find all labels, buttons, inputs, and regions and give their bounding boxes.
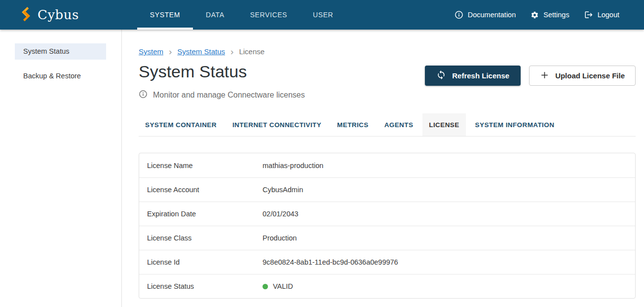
tab-license[interactable]: LICENSE — [422, 113, 465, 136]
tab-internet-connectivity[interactable]: INTERNET CONNECTIVITY — [226, 113, 328, 136]
sidebar: System Status Backup & Restore — [0, 30, 122, 307]
plus-icon — [540, 70, 549, 81]
row-label: License Account — [139, 186, 263, 194]
row-value: mathias-production — [263, 162, 323, 170]
nav-item-data[interactable]: DATA — [193, 0, 237, 30]
upload-license-label: Upload License File — [555, 71, 625, 80]
row-label: License Status — [139, 282, 263, 290]
documentation-link[interactable]: Documentation — [455, 10, 516, 19]
table-row: License Class Production — [139, 226, 635, 250]
tab-system-information[interactable]: SYSTEM INFORMATION — [469, 113, 561, 136]
app-body: System Status Backup & Restore System › … — [0, 30, 644, 307]
breadcrumb-link-system-status[interactable]: System Status — [177, 47, 225, 56]
sidebar-item-backup-restore[interactable]: Backup & Restore — [15, 68, 106, 84]
row-value: Production — [263, 234, 297, 242]
nav-item-services[interactable]: SERVICES — [237, 0, 300, 30]
settings-link[interactable]: Settings — [530, 11, 569, 19]
row-label: License Name — [139, 162, 263, 170]
row-label: License Id — [139, 258, 263, 266]
cybus-logo-icon — [20, 6, 32, 24]
breadcrumb-link-system[interactable]: System — [139, 47, 163, 56]
upload-license-button[interactable]: Upload License File — [529, 66, 636, 86]
nav-item-user[interactable]: USER — [300, 0, 346, 30]
subtitle-text: Monitor and manage Connectware licenses — [153, 91, 305, 100]
logout-link[interactable]: Logout — [584, 10, 619, 19]
logout-icon — [584, 10, 593, 19]
row-value: 02/01/2043 — [263, 210, 299, 218]
license-details-table: License Name mathias-production License … — [139, 153, 636, 299]
row-label: Expiration Date — [139, 210, 263, 218]
main-nav: SYSTEM DATA SERVICES USER — [137, 0, 346, 30]
gear-icon — [530, 11, 539, 19]
row-value: 9c8e0824-8ab1-11ed-bc9d-0636a0e99976 — [263, 258, 398, 266]
chevron-right-icon: › — [169, 48, 172, 55]
breadcrumb: System › System Status › License — [139, 47, 636, 56]
table-row: Expiration Date 02/01/2043 — [139, 202, 635, 226]
main-content: System › System Status › License System … — [122, 30, 644, 307]
top-navbar: Cybus SYSTEM DATA SERVICES USER Document… — [0, 0, 644, 30]
row-label: License Class — [139, 234, 263, 242]
breadcrumb-current-license: License — [239, 47, 265, 56]
nav-item-system[interactable]: SYSTEM — [137, 0, 193, 30]
sync-icon — [436, 70, 446, 81]
status-badge: VALID — [273, 282, 293, 290]
status-tabs: SYSTEM CONTAINER INTERNET CONNECTIVITY M… — [139, 113, 636, 136]
table-row: License Status VALID — [139, 274, 635, 298]
refresh-license-button[interactable]: Refresh License — [425, 66, 521, 86]
page-subtitle: Monitor and manage Connectware licenses — [139, 90, 636, 101]
refresh-license-label: Refresh License — [452, 71, 509, 80]
info-icon — [139, 90, 148, 101]
chevron-right-icon: › — [230, 48, 233, 55]
status-green-dot-icon — [263, 284, 268, 289]
row-value: CybusAdmin — [263, 186, 303, 194]
row-value: VALID — [263, 282, 293, 290]
sidebar-item-system-status[interactable]: System Status — [15, 43, 106, 60]
settings-label: Settings — [543, 11, 569, 19]
table-row: License Name mathias-production — [139, 153, 635, 177]
info-icon — [455, 10, 463, 19]
navbar-tools: Documentation Settings Logout — [455, 10, 619, 19]
table-row: License Account CybusAdmin — [139, 177, 635, 202]
page-actions: Refresh License Upload License File — [425, 66, 636, 86]
table-row: License Id 9c8e0824-8ab1-11ed-bc9d-0636a… — [139, 250, 635, 274]
tab-metrics[interactable]: METRICS — [331, 113, 375, 136]
tab-system-container[interactable]: SYSTEM CONTAINER — [139, 113, 223, 136]
brand-name: Cybus — [38, 7, 79, 22]
brand-logo[interactable]: Cybus — [20, 6, 79, 24]
tab-agents[interactable]: AGENTS — [378, 113, 420, 136]
logout-label: Logout — [598, 11, 619, 19]
documentation-label: Documentation — [468, 11, 516, 19]
